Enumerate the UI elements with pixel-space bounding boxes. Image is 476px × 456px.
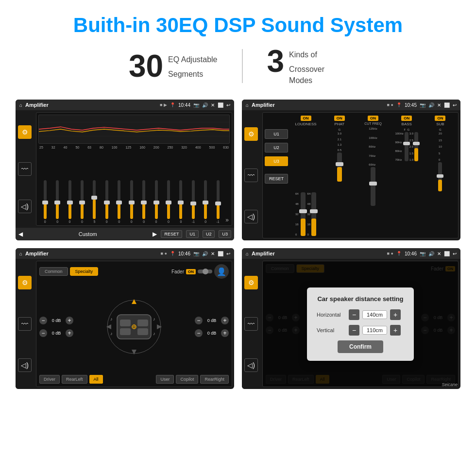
user-btn[interactable]: User xyxy=(156,375,174,384)
home-icon-3[interactable]: ⌂ xyxy=(19,251,22,256)
page-title: Buith-in 30EQ DSP Sound System xyxy=(73,0,403,46)
back-icon-3[interactable]: ↩ xyxy=(226,251,230,256)
screen-distance: ⌂ Amplifier ■ ● 📍 10:46 📷 🔊 ✕ ⬜ ↩ ⚙ 〰 ◁) xyxy=(242,248,460,389)
svg-marker-4 xyxy=(132,299,136,304)
left-front-plus[interactable]: + xyxy=(66,317,73,324)
specialty-sidebar: ⚙ 〰 ◁) xyxy=(16,259,34,389)
eq-slider-15: -1 xyxy=(212,180,223,223)
stat-eq-number: 30 xyxy=(129,51,163,82)
eq-slider-3: 0 xyxy=(64,180,75,223)
camera-icon-2: 📷 xyxy=(420,102,425,108)
loudness-on[interactable]: ON xyxy=(301,116,311,121)
screen4-icons: ■ ● xyxy=(387,251,393,256)
eq-slider-6: 0 xyxy=(101,180,112,223)
home-icon-2[interactable]: ⌂ xyxy=(246,102,249,108)
close-icon-3[interactable]: ✕ xyxy=(211,251,215,256)
right-rear-plus[interactable]: + xyxy=(221,329,229,337)
camera-icon: 📷 xyxy=(193,102,199,108)
home-icon[interactable]: ⌂ xyxy=(19,102,22,108)
vertical-label: Vertical xyxy=(317,327,346,333)
right-front-minus[interactable]: − xyxy=(195,317,203,324)
eq-sidebar: ⚙ 〰 ◁) xyxy=(16,110,34,228)
eq-u3-btn[interactable]: U3 xyxy=(219,230,231,238)
distance-sidebar-icon-2[interactable]: 〰 xyxy=(244,317,258,331)
back-icon[interactable]: ↩ xyxy=(226,102,230,108)
eq-u2-btn[interactable]: U2 xyxy=(203,230,215,238)
distance-sidebar-icon-3[interactable]: ◁) xyxy=(244,358,258,372)
eq-reset-btn[interactable]: RESET xyxy=(161,230,182,238)
sub-label: SUB xyxy=(436,122,444,126)
car-diagram: ♪ ♪ ♪ ♪ xyxy=(76,295,192,358)
horizontal-minus[interactable]: − xyxy=(349,309,359,320)
eq-sidebar-icon-1[interactable]: ⚙ xyxy=(18,125,32,139)
screen1-time: 10:44 xyxy=(178,102,190,108)
eq-content: 2532405063 80100125160200 25032040050063… xyxy=(36,112,232,226)
camera-icon-4: 📷 xyxy=(420,251,425,256)
all-btn[interactable]: All xyxy=(89,375,103,384)
rearright-btn[interactable]: RearRight xyxy=(200,375,229,384)
screen2-icons: ■ ● xyxy=(387,102,393,107)
eq-u1-btn[interactable]: U1 xyxy=(186,230,199,238)
u3-btn[interactable]: U3 xyxy=(265,156,288,166)
eq-prev-btn[interactable]: ◀ xyxy=(18,231,23,237)
sub-on[interactable]: ON xyxy=(435,116,445,121)
eq-sidebar-icon-2[interactable]: 〰 xyxy=(18,162,32,176)
screen2-time: 10:45 xyxy=(405,102,417,108)
vertical-plus[interactable]: + xyxy=(390,325,401,336)
copilot-btn[interactable]: Copilot xyxy=(176,375,198,384)
left-rear-minus[interactable]: − xyxy=(39,329,47,337)
horizontal-plus[interactable]: + xyxy=(390,309,401,320)
distance-sidebar-icon-1[interactable]: ⚙ xyxy=(244,276,258,289)
driver-btn[interactable]: Driver xyxy=(39,375,60,384)
page-container: Buith-in 30EQ DSP Sound System 30 EQ Adj… xyxy=(0,0,476,456)
left-front-minus[interactable]: − xyxy=(39,317,47,324)
reset-btn-crossover[interactable]: RESET xyxy=(265,174,288,184)
right-rear-db: 0 dB xyxy=(204,331,220,336)
back-icon-2[interactable]: ↩ xyxy=(453,102,457,108)
crossover-sidebar-icon-1[interactable]: ⚙ xyxy=(244,127,258,141)
u2-btn[interactable]: U2 xyxy=(265,143,288,152)
vertical-minus[interactable]: − xyxy=(349,325,359,336)
crossover-channels-content: U1 U2 U3 RESET ON LOUDNESS xyxy=(262,112,459,238)
camera-icon-3: 📷 xyxy=(193,251,199,256)
svg-rect-12 xyxy=(137,328,148,335)
specialty-screen-content: ⚙ 〰 ◁) Common Specialty Fader ON xyxy=(16,259,234,389)
status-bar-1: ⌂ Amplifier ■ ▶ 📍 10:44 📷 🔊 ✕ ⬜ ↩ xyxy=(16,100,234,110)
more-sliders-icon[interactable]: » xyxy=(225,217,229,223)
specialty-sidebar-icon-3[interactable]: ◁) xyxy=(18,358,32,372)
eq-next-btn[interactable]: ▶ xyxy=(153,231,157,237)
close-icon-4[interactable]: ✕ xyxy=(437,251,441,256)
specialty-sidebar-icon-2[interactable]: 〰 xyxy=(18,317,32,331)
specialty-content: Common Specialty Fader ON 👤 xyxy=(36,261,232,387)
status-bar-2: ⌂ Amplifier ■ ● 📍 10:45 📷 🔊 ✕ ⬜ ↩ xyxy=(242,100,460,110)
screen-icon-4: ⬜ xyxy=(444,251,450,256)
screen4-time: 10:46 xyxy=(405,251,417,256)
loudness-label: LOUDNESS xyxy=(295,122,317,126)
crossover-main: ⚙ 〰 ◁) U1 U2 U3 RESET xyxy=(242,110,460,240)
rearleft-btn[interactable]: RearLeft xyxy=(62,375,87,384)
crossover-sidebar-icon-2[interactable]: 〰 xyxy=(244,169,258,182)
eq-slider-13: -1 xyxy=(187,180,199,223)
close-icon[interactable]: ✕ xyxy=(211,102,215,108)
confirm-button[interactable]: Confirm xyxy=(338,340,383,353)
bass-on[interactable]: ON xyxy=(401,116,412,121)
u1-btn[interactable]: U1 xyxy=(265,129,288,139)
fader-slider[interactable] xyxy=(198,270,212,273)
home-icon-4[interactable]: ⌂ xyxy=(246,251,249,256)
person-icon[interactable]: 👤 xyxy=(214,264,229,279)
specialty-tab[interactable]: Specialty xyxy=(70,267,99,276)
right-front-plus[interactable]: + xyxy=(221,317,229,324)
right-rear-minus[interactable]: − xyxy=(195,329,203,337)
screens-grid: ⌂ Amplifier ■ ▶ 📍 10:44 📷 🔊 ✕ ⬜ ↩ ⚙ 〰 ◁) xyxy=(0,100,476,401)
back-icon-4[interactable]: ↩ xyxy=(453,251,457,256)
vertical-value: 110cm xyxy=(362,326,387,335)
crossover-sidebar-icon-3[interactable]: ◁) xyxy=(244,210,258,223)
close-icon-2[interactable]: ✕ xyxy=(437,102,441,108)
eq-sidebar-icon-3[interactable]: ◁) xyxy=(18,200,32,213)
phat-label: PHAT xyxy=(334,122,344,126)
cutfreq-on[interactable]: ON xyxy=(368,116,378,121)
specialty-sidebar-icon-1[interactable]: ⚙ xyxy=(18,276,32,289)
common-tab[interactable]: Common xyxy=(39,267,68,276)
phat-on[interactable]: ON xyxy=(334,116,345,121)
left-rear-plus[interactable]: + xyxy=(66,329,73,337)
